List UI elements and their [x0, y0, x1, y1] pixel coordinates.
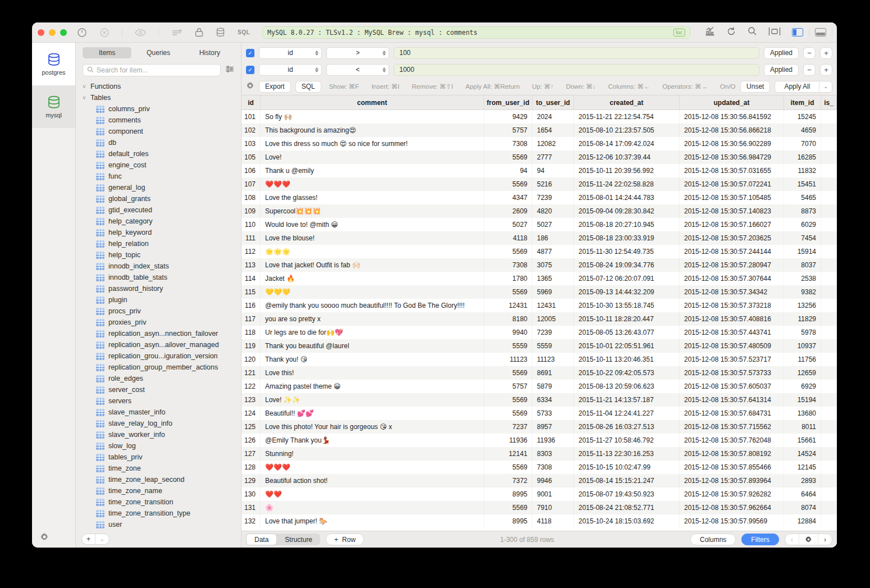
- add-item-button[interactable]: +: [82, 534, 95, 544]
- cell-is[interactable]: [821, 299, 837, 312]
- cell-comment[interactable]: Love this dress so much 😍 so nice for su…: [261, 137, 484, 151]
- cell-to-user-id[interactable]: 5733: [532, 407, 574, 420]
- cell-item-id[interactable]: 2893: [784, 474, 821, 487]
- cell-is[interactable]: [821, 231, 837, 245]
- table-row[interactable]: 106 Thank u @emily 94 94 2015-10-11 20:3…: [242, 164, 837, 177]
- cell-comment[interactable]: Ur legs are to die for🙌💖: [261, 326, 484, 339]
- cell-created-at[interactable]: 2015-08-18 23:00:33.919: [574, 231, 680, 245]
- table-row[interactable]: 132 Love that jumper! 🐎 8995 4118 2015-1…: [242, 514, 837, 528]
- cell-item-id[interactable]: 2538: [784, 272, 821, 285]
- cell-from-user-id[interactable]: 12431: [484, 299, 532, 312]
- sidebar-table-item[interactable]: global_grants: [81, 193, 241, 204]
- cell-from-user-id[interactable]: 5559: [484, 339, 532, 353]
- sidebar-table-item[interactable]: engine_cost: [81, 159, 241, 171]
- cell-is[interactable]: [821, 461, 837, 474]
- sidebar-table-item[interactable]: replication_asyn...nnection_failover: [81, 328, 241, 339]
- sidebar-table-item[interactable]: time_zone_name: [81, 485, 241, 496]
- cell-from-user-id[interactable]: 5569: [484, 177, 532, 191]
- cell-from-user-id[interactable]: 5569: [484, 461, 532, 474]
- fit-columns-icon[interactable]: [768, 27, 781, 38]
- cell-id[interactable]: 103: [242, 137, 261, 151]
- cell-created-at[interactable]: 2015-08-10 21:23:57.505: [574, 124, 680, 137]
- cell-created-at[interactable]: 2015-11-27 10:58:46.792: [574, 434, 680, 447]
- cell-created-at[interactable]: 2015-08-24 21:08:52.771: [574, 501, 680, 514]
- cell-updated-at[interactable]: 2015-12-08 15:30:57.105485: [680, 191, 784, 204]
- apply-all-split-button[interactable]: Apply All ⌄: [775, 81, 832, 93]
- cell-created-at[interactable]: 2015-08-13 20:59:06.623: [574, 380, 680, 393]
- cell-created-at[interactable]: 2015-10-24 18:15:03.692: [574, 514, 680, 528]
- cell-is[interactable]: [821, 151, 837, 164]
- cell-from-user-id[interactable]: 5569: [484, 501, 532, 514]
- cell-from-user-id[interactable]: 5569: [484, 393, 532, 407]
- unset-button[interactable]: Unset: [740, 81, 770, 93]
- cell-updated-at[interactable]: 2015-12-08 15:30:57.573733: [680, 366, 784, 380]
- filter-value-input[interactable]: [394, 47, 759, 59]
- table-row[interactable]: 107 ❤️❤️❤️ 5569 5216 2015-11-24 22:02:58…: [242, 177, 837, 191]
- cell-to-user-id[interactable]: 8957: [532, 420, 574, 434]
- cell-created-at[interactable]: 2015-08-14 17:09:42.024: [574, 137, 680, 151]
- table-row[interactable]: 111 Love the blouse! 4118 186 2015-08-18…: [242, 231, 837, 245]
- cell-created-at[interactable]: 2015-10-30 13:55:18.745: [574, 299, 680, 312]
- sidebar-table-item[interactable]: proxies_priv: [81, 317, 241, 328]
- cell-to-user-id[interactable]: 2024: [532, 110, 574, 124]
- cell-from-user-id[interactable]: 9940: [484, 326, 532, 339]
- cell-comment[interactable]: Beautiful!! 💕💕: [261, 407, 484, 420]
- cell-id[interactable]: 126: [242, 434, 261, 447]
- cell-updated-at[interactable]: 2015-12-08 15:30:57.307644: [680, 272, 784, 285]
- cell-comment[interactable]: ❤️❤️❤️: [261, 461, 484, 474]
- sidebar-table-item[interactable]: time_zone: [81, 463, 241, 474]
- cell-item-id[interactable]: 8074: [784, 501, 821, 514]
- cell-comment[interactable]: @Emily Thank you💃🏾: [261, 434, 484, 447]
- cell-to-user-id[interactable]: 94: [532, 164, 574, 177]
- cell-item-id[interactable]: 6929: [784, 380, 821, 393]
- sidebar-table-item[interactable]: gtid_executed: [81, 204, 241, 216]
- sidebar-table-item[interactable]: innodb_table_stats: [81, 272, 241, 283]
- cell-to-user-id[interactable]: 4820: [532, 204, 574, 218]
- column-header-is[interactable]: is_: [821, 95, 837, 110]
- column-header-item-id[interactable]: item_id: [784, 95, 821, 110]
- search-input[interactable]: [97, 66, 216, 74]
- filter-field-select[interactable]: id: [259, 64, 322, 76]
- cell-is[interactable]: [821, 191, 837, 204]
- cell-updated-at[interactable]: 2015-12-08 15:30:57.443741: [680, 326, 784, 339]
- cell-to-user-id[interactable]: 9001: [532, 487, 574, 501]
- cell-comment[interactable]: Love this!: [261, 366, 484, 380]
- cell-id[interactable]: 116: [242, 299, 261, 312]
- table-row[interactable]: 103 Love this dress so much 😍 so nice fo…: [242, 137, 837, 151]
- remove-filter-button[interactable]: −: [803, 47, 816, 59]
- cell-created-at[interactable]: 2015-11-21 22:12:54.754: [574, 110, 680, 124]
- cell-from-user-id[interactable]: 5569: [484, 366, 532, 380]
- connection-mysql[interactable]: mysql: [32, 85, 75, 128]
- cell-is[interactable]: [821, 326, 837, 339]
- cell-item-id[interactable]: 7070: [784, 137, 821, 151]
- cell-created-at[interactable]: 2015-10-11 20:39:56.992: [574, 164, 680, 177]
- cell-item-id[interactable]: 7454: [784, 231, 821, 245]
- tree-section-functions[interactable]: ˅ Functions: [81, 81, 241, 92]
- cell-item-id[interactable]: 16285: [784, 151, 821, 164]
- columns-button[interactable]: Columns: [690, 534, 736, 545]
- filters-button[interactable]: Filters: [741, 534, 779, 545]
- cell-updated-at[interactable]: 2015-12-08 15:30:57.031655: [680, 164, 784, 177]
- cell-updated-at[interactable]: 2015-12-08 15:30:57.893964: [680, 474, 784, 487]
- cell-id[interactable]: 115: [242, 285, 261, 299]
- cell-is[interactable]: [821, 218, 837, 231]
- cell-from-user-id[interactable]: 5569: [484, 151, 532, 164]
- cell-to-user-id[interactable]: 7910: [532, 501, 574, 514]
- cell-created-at[interactable]: 2015-10-11 18:28:20.447: [574, 312, 680, 326]
- sidebar-table-item[interactable]: slave_relay_log_info: [81, 418, 241, 429]
- filter-operator-select[interactable]: >: [326, 47, 389, 59]
- cell-updated-at[interactable]: 2015-12-08 15:30:57.808192: [680, 447, 784, 461]
- cell-comment[interactable]: So fly 🙌🏼: [261, 110, 484, 124]
- cell-id[interactable]: 112: [242, 245, 261, 258]
- table-row[interactable]: 129 Beautiful action shot! 7372 9946 201…: [242, 474, 837, 487]
- sidebar-table-item[interactable]: general_log: [81, 182, 241, 193]
- cell-is[interactable]: [821, 312, 837, 326]
- cell-updated-at[interactable]: 2015-12-08 15:30:57.166027: [680, 218, 784, 231]
- filter-settings-gear-icon[interactable]: [246, 81, 254, 92]
- add-row-button[interactable]: + Row: [326, 534, 364, 545]
- cell-to-user-id[interactable]: 4877: [532, 245, 574, 258]
- cell-created-at[interactable]: 2015-12-06 10:37:39.44: [574, 151, 680, 164]
- cell-created-at[interactable]: 2015-08-07 19:43:50.923: [574, 487, 680, 501]
- tab-data[interactable]: Data: [246, 534, 277, 545]
- cell-to-user-id[interactable]: 6334: [532, 393, 574, 407]
